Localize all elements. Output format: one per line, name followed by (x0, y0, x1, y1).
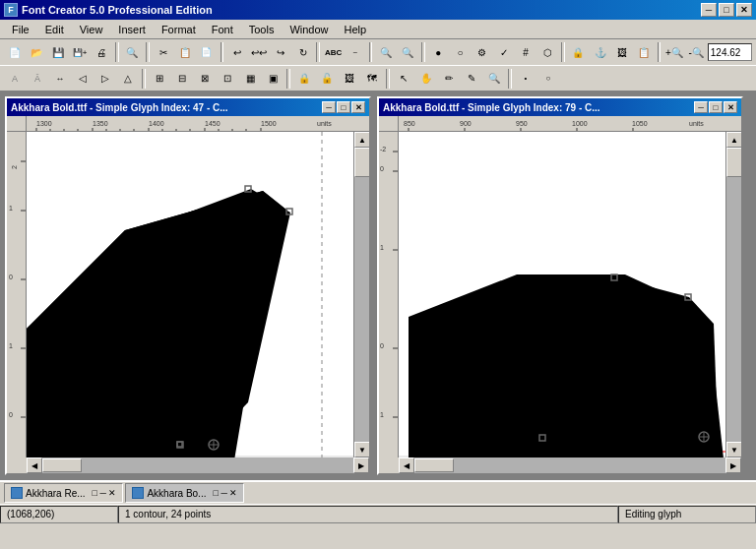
circle-button[interactable]: ● (428, 41, 449, 63)
new-button[interactable]: 📄 (4, 41, 25, 63)
validate-button[interactable]: ✓ (493, 41, 514, 63)
zoom-in2-button[interactable]: +🔍 (663, 41, 684, 63)
tb2-lock2[interactable]: 🔓 (316, 68, 338, 90)
tb2-hand[interactable]: ✋ (415, 68, 437, 90)
hscroll-track-1[interactable] (42, 458, 353, 473)
save-all-button[interactable]: 💾+ (70, 41, 91, 63)
title-bar-controls[interactable]: ─ □ ✕ (701, 3, 752, 17)
gear-button[interactable]: ⚙ (472, 41, 492, 63)
vscroll-up-1[interactable]: ▲ (354, 132, 369, 148)
cut-button[interactable]: ✂ (153, 41, 173, 63)
menu-insert[interactable]: Insert (110, 22, 154, 37)
close-button[interactable]: ✕ (736, 3, 752, 17)
menu-window[interactable]: Window (282, 22, 336, 37)
hscroll-right-1[interactable]: ▶ (353, 458, 369, 473)
hscroll-thumb-1[interactable] (42, 458, 82, 472)
canvas-1[interactable] (27, 132, 353, 458)
vscroll-track-2[interactable] (726, 148, 741, 442)
tb2-cursor[interactable]: ↖ (393, 68, 414, 90)
menu-font[interactable]: Font (204, 22, 241, 37)
vscroll-track-1[interactable] (354, 148, 369, 442)
tb2-grid6[interactable]: ▣ (262, 68, 284, 90)
menu-edit[interactable]: Edit (37, 22, 72, 37)
taskbar-btn-2[interactable]: Akkhara Bo... □ ─ ✕ (125, 483, 244, 503)
tb2-point1[interactable]: • (515, 68, 536, 90)
menu-format[interactable]: Format (154, 22, 204, 37)
tb2-btn5[interactable]: ▷ (94, 68, 116, 90)
status-mode: Editing glyph (618, 506, 756, 523)
hscroll-right-2[interactable]: ▶ (725, 458, 741, 473)
maximize-button[interactable]: □ (719, 3, 734, 17)
canvas-2[interactable] (399, 132, 725, 458)
glyph-controls-1[interactable]: ─ □ ✕ (322, 101, 365, 113)
hscroll-track-2[interactable] (414, 458, 725, 473)
tb2-zoom[interactable]: 🔍 (483, 68, 505, 90)
lock-button[interactable]: 🔒 (568, 41, 589, 63)
minimize-button[interactable]: ─ (701, 3, 717, 17)
tb2-btn4[interactable]: ◁ (72, 68, 94, 90)
menu-file[interactable]: File (4, 22, 37, 37)
tb2-grid1[interactable]: ⊞ (149, 68, 170, 90)
anchor-button[interactable]: ⚓ (590, 41, 610, 63)
tb2-pen[interactable]: ✏ (438, 68, 460, 90)
svg-text:1450: 1450 (205, 120, 220, 127)
undo2-button[interactable]: ↩↩ (249, 41, 270, 63)
vscroll-thumb-2[interactable] (726, 148, 741, 177)
ring-button[interactable]: ○ (450, 41, 471, 63)
open-button[interactable]: 📂 (26, 41, 46, 63)
menu-tools[interactable]: Tools (241, 22, 283, 37)
save-button[interactable]: 💾 (47, 41, 68, 63)
tb2-lock1[interactable]: 🔒 (293, 68, 315, 90)
wave-button[interactable]: ~ (345, 41, 365, 63)
refresh-button[interactable]: ↻ (292, 41, 313, 63)
zoom-in-button[interactable]: 🔍 (375, 41, 396, 63)
taskbar-btn-1[interactable]: Akkhara Re... □ ─ ✕ (4, 483, 123, 503)
svg-text:2: 2 (11, 165, 18, 169)
tb2-btn3[interactable]: ↔ (49, 68, 71, 90)
vscroll-1[interactable]: ▲ ▼ (353, 132, 369, 458)
zoom-out2-button[interactable]: -🔍 (686, 41, 707, 63)
glyph-close-2[interactable]: ✕ (724, 101, 737, 113)
tb2-img1[interactable]: 🖼 (339, 68, 360, 90)
glyph-controls-2[interactable]: ─ □ ✕ (694, 101, 737, 113)
glyph-close-1[interactable]: ✕ (351, 101, 365, 113)
tb2-pencil[interactable]: ✎ (461, 68, 482, 90)
tb2-grid2[interactable]: ⊟ (171, 68, 193, 90)
menu-view[interactable]: View (72, 22, 111, 37)
tb2-grid3[interactable]: ⊠ (194, 68, 216, 90)
hscroll-left-2[interactable]: ◀ (399, 458, 414, 473)
vscroll-down-1[interactable]: ▼ (354, 442, 369, 458)
vscroll-thumb-1[interactable] (354, 148, 369, 177)
glyph-max-1[interactable]: □ (337, 101, 350, 113)
paste2-button[interactable]: 📋 (633, 41, 654, 63)
hscroll-area-2: ◀ ▶ (399, 458, 741, 473)
tb2-btn2[interactable]: Ā (27, 68, 48, 90)
print-button[interactable]: 🖨 (92, 41, 112, 63)
glyph-min-2[interactable]: ─ (694, 101, 708, 113)
zoom-input[interactable] (708, 43, 752, 61)
glyph-max-2[interactable]: □ (709, 101, 723, 113)
hex-button[interactable]: ⬡ (537, 41, 558, 63)
redo-button[interactable]: ↪ (271, 41, 291, 63)
find-button[interactable]: 🔍 (122, 41, 143, 63)
vscroll-up-2[interactable]: ▲ (726, 132, 741, 148)
undo-button[interactable]: ↩ (226, 41, 247, 63)
tb2-grid4[interactable]: ⊡ (217, 68, 238, 90)
tb2-img2[interactable]: 🗺 (361, 68, 383, 90)
hscroll-left-1[interactable]: ◀ (27, 458, 42, 473)
paste-button[interactable]: 📄 (196, 41, 217, 63)
vscroll-down-2[interactable]: ▼ (726, 442, 741, 458)
vscroll-2[interactable]: ▲ ▼ (725, 132, 741, 458)
tb2-grid5[interactable]: ▦ (239, 68, 261, 90)
menu-help[interactable]: Help (337, 22, 375, 37)
glyph-min-1[interactable]: ─ (322, 101, 336, 113)
abc-button[interactable]: ABC (323, 41, 344, 63)
tb2-btn6[interactable]: △ (117, 68, 139, 90)
hscroll-thumb-2[interactable] (414, 458, 454, 472)
zoom-out-button[interactable]: 🔍 (398, 41, 418, 63)
grid-button[interactable]: # (515, 41, 536, 63)
img-button[interactable]: 🖼 (611, 41, 632, 63)
tb2-btn1[interactable]: A (4, 68, 26, 90)
copy-button[interactable]: 📋 (174, 41, 195, 63)
tb2-point2[interactable]: ○ (537, 68, 559, 90)
